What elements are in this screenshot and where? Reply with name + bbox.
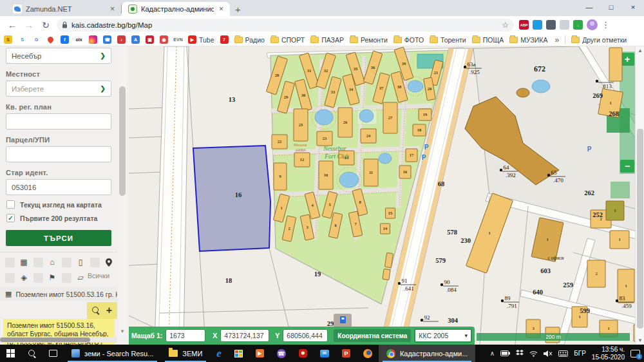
maximize-button[interactable]: □ [600, 0, 622, 16]
layer-toggle[interactable] [88, 256, 102, 268]
red-tile-icon[interactable]: ▣ [146, 35, 154, 44]
address-bar[interactable]: kais.cadastre.bg/bg/Map ☆ [57, 19, 514, 32]
adblock-icon[interactable]: ABP [519, 20, 529, 30]
add-result-icon[interactable]: + [106, 307, 112, 314]
window-zemi-folder[interactable]: ЗЕМИ [161, 345, 210, 362]
cadastre-map[interactable]: + − 282930313233343536373839212025262722… [129, 46, 644, 345]
scale-input[interactable] [166, 329, 205, 342]
tab-close-icon[interactable]: × [109, 5, 116, 14]
bookmark-folder[interactable]: Радио [234, 36, 265, 44]
tab-close-icon[interactable]: × [218, 5, 225, 14]
zoom-out-icon[interactable]: − [625, 161, 630, 171]
location-pin-icon[interactable] [102, 256, 116, 268]
bookmark-folder[interactable]: Ремонти [350, 36, 388, 44]
grid-icon[interactable]: ▦ [17, 256, 31, 268]
bookmark-folder[interactable]: МУЗИКА [509, 36, 547, 44]
all-layers-link[interactable]: Всички [88, 272, 116, 283]
tray-expand-icon[interactable]: ∧ [490, 350, 495, 357]
layer-toggle[interactable] [3, 272, 17, 283]
seven-icon[interactable]: 7 [220, 35, 229, 44]
viber-button[interactable]: ☎ [270, 345, 292, 362]
taskbar-search-button[interactable] [21, 345, 43, 362]
store-button[interactable] [228, 345, 249, 362]
bookmark-folder[interactable]: ПОЩА [472, 36, 504, 44]
maps-icon[interactable] [46, 37, 55, 43]
dropbox-icon[interactable] [516, 350, 524, 357]
bookmarks-overflow-icon[interactable]: » [554, 35, 559, 44]
sidebar-vertical-scrollbar[interactable] [118, 46, 126, 335]
olx-icon[interactable]: olx [75, 35, 83, 44]
powerpoint-button[interactable]: P [336, 345, 357, 362]
tab-zamunda[interactable]: Zamunda.NET × [6, 2, 121, 16]
flag-icon[interactable]: ⚑ [45, 272, 59, 283]
bookmark-folder[interactable]: ПАЗАР [310, 36, 344, 44]
window-zemi-search[interactable]: земи - Search Resu... [64, 345, 161, 362]
bookmark-star-icon[interactable]: ☆ [502, 21, 509, 30]
layer-toggle[interactable] [59, 272, 73, 283]
layer-toggle[interactable] [31, 256, 45, 268]
home-icon[interactable]: ⌂ [45, 256, 59, 268]
scroll-down-arrow-icon[interactable]: ▼ [636, 338, 644, 343]
phone-icon[interactable]: ☎ [103, 35, 111, 44]
polygon-icon[interactable]: ▱ [73, 272, 88, 283]
battery-icon[interactable] [500, 350, 510, 356]
tab-kais-active[interactable]: Кадастрално-административна × [122, 2, 230, 16]
start-button[interactable] [0, 345, 21, 362]
music-icon[interactable]: ♪ [117, 35, 126, 44]
firefox-button[interactable] [357, 345, 379, 362]
facebook-icon[interactable]: f [61, 35, 69, 44]
forward-button[interactable]: → [21, 20, 37, 30]
layer-toggle[interactable] [59, 256, 73, 268]
settlement-select[interactable]: Несебър ❯ [6, 48, 111, 64]
instagram-icon[interactable] [89, 35, 97, 44]
close-button[interactable]: × [622, 0, 644, 16]
first200-checkbox-row[interactable]: ✓ Първите 200 резултата [6, 214, 117, 222]
selected-parcel-16[interactable] [193, 146, 270, 251]
browser-menu-icon[interactable]: ⋮ [601, 20, 610, 30]
red-dot-icon[interactable]: ◉ [160, 35, 168, 44]
search-button[interactable]: ТЪРСИ [6, 230, 111, 246]
quarter-input[interactable] [6, 113, 111, 129]
evn-icon[interactable]: EVN [174, 35, 182, 44]
language-indicator[interactable]: БГР [574, 350, 586, 357]
scrollbar-thumb[interactable] [637, 129, 643, 329]
building-icon[interactable]: ▯ [73, 256, 88, 268]
bookmark-folder[interactable]: Торенти [430, 36, 466, 44]
search-result-row[interactable]: ▦ Поземлен имот 51500.53.16 гр. Не [0, 287, 117, 301]
zoom-in-icon[interactable]: + [625, 54, 630, 64]
page-scrollbar[interactable]: ▲ ▼ [635, 46, 644, 345]
layer-toggle[interactable] [31, 272, 45, 283]
bookmark-folder[interactable]: СПОРТ [270, 36, 305, 44]
photos-ext-icon[interactable] [546, 20, 556, 30]
checkbox-unchecked[interactable] [6, 200, 15, 209]
reload-button[interactable]: ↻ [37, 20, 54, 30]
locality-select[interactable]: Изберете ❯ [6, 81, 111, 97]
old-id-input[interactable]: 053016 [6, 179, 111, 195]
back-button[interactable]: ← [4, 20, 21, 30]
red-app-button[interactable]: ✱ [292, 345, 314, 362]
scroll-down-arrow-icon[interactable]: ▼ [118, 329, 126, 334]
scroll-up-arrow-icon[interactable]: ▲ [636, 48, 644, 53]
profile-avatar[interactable] [587, 19, 598, 30]
checkbox-checked[interactable]: ✓ [6, 214, 15, 222]
sidebar-horizontal-scrollbar[interactable] [0, 337, 117, 343]
map-building[interactable] [609, 48, 622, 81]
skype-icon[interactable]: S [18, 35, 26, 44]
x-coordinate-input[interactable] [220, 329, 269, 342]
save-ext-icon[interactable]: ↓ [573, 20, 583, 30]
crs-select[interactable]: ККС 2005 ▾ [414, 329, 472, 343]
window-chrome-kais[interactable]: Кадастрално-адми... [379, 345, 476, 362]
films-tv-button[interactable]: ▶ [249, 345, 270, 362]
minimize-button[interactable]: — [578, 0, 600, 16]
parcel-input[interactable] [6, 146, 111, 162]
y-coordinate-input[interactable] [283, 329, 328, 342]
notifications-icon[interactable]: 1 [630, 350, 640, 357]
zoom-to-result-icon[interactable] [92, 307, 100, 314]
bookmark-folder[interactable]: ФОТО [393, 36, 424, 44]
volume-muted-icon[interactable] [544, 350, 553, 357]
layers-icon[interactable]: ◈ [17, 272, 31, 283]
edge-button[interactable]: e [210, 345, 228, 362]
s-yellow-icon[interactable]: S [4, 35, 12, 44]
blue-badge-icon[interactable] [533, 20, 542, 30]
task-view-button[interactable] [43, 345, 64, 362]
